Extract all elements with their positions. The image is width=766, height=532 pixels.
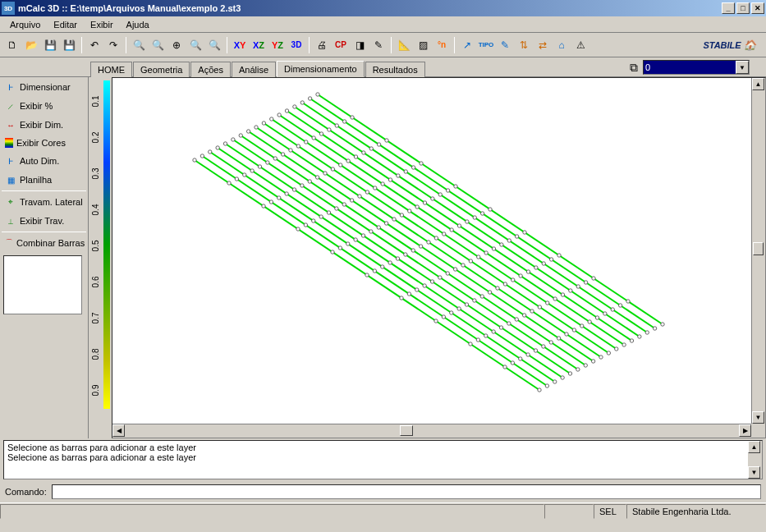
svg-point-136 xyxy=(381,182,384,186)
svg-point-148 xyxy=(388,178,392,181)
log-scroll-up-icon[interactable]: ▲ xyxy=(748,441,760,453)
view-yz-button[interactable]: YZ xyxy=(268,36,287,54)
svg-point-97 xyxy=(255,126,258,129)
svg-point-20 xyxy=(442,315,445,319)
tipo-button[interactable]: TIPO xyxy=(477,36,495,54)
sidebar-travam-lateral[interactable]: ⌖Travam. Lateral xyxy=(1,193,87,211)
svg-point-47 xyxy=(561,376,564,379)
vertical-scrollbar[interactable]: ▲ ▼ xyxy=(751,78,765,424)
sidebar-combinar-barras[interactable]: ⌒Combinar Barras xyxy=(1,234,87,252)
command-input[interactable] xyxy=(52,484,761,499)
svg-point-146 xyxy=(319,132,323,135)
print-icon[interactable]: 🖨 xyxy=(313,36,331,54)
open-file-icon[interactable]: 📂 xyxy=(22,36,40,54)
svg-point-68 xyxy=(473,299,476,302)
tool-d-icon[interactable]: ⇄ xyxy=(534,36,552,54)
eraser-icon[interactable]: ◨ xyxy=(351,36,369,54)
view-xy-button[interactable]: XY xyxy=(231,36,249,54)
menu-exibir[interactable]: Exibir xyxy=(84,18,120,31)
svg-point-33 xyxy=(484,334,488,337)
save-as-icon[interactable]: 💾 xyxy=(60,36,78,54)
new-file-icon[interactable]: 🗋 xyxy=(3,36,21,54)
zoom-out-icon[interactable]: 🔍 xyxy=(149,36,167,54)
scroll-left-icon[interactable]: ◀ xyxy=(112,424,125,437)
svg-point-35 xyxy=(553,380,557,383)
lateral-icon: ⌖ xyxy=(5,196,16,208)
cp-button[interactable]: CP xyxy=(332,36,350,54)
status-sel: SEL xyxy=(594,504,626,519)
redo-icon[interactable]: ↷ xyxy=(104,36,122,54)
tab-analise[interactable]: Análise xyxy=(232,62,276,77)
view-3d-button[interactable]: 3D xyxy=(287,36,305,54)
scroll-right-icon[interactable]: ▶ xyxy=(739,424,751,437)
brush-icon[interactable]: ✎ xyxy=(369,36,388,54)
scroll-up-icon[interactable]: ▲ xyxy=(752,78,764,90)
pan-icon[interactable]: 🔍 xyxy=(205,36,223,54)
sidebar-exibir-pct[interactable]: ⟋Exibir % xyxy=(1,97,87,115)
select-icon[interactable]: ▨ xyxy=(414,36,432,54)
zoom-window-icon[interactable]: ⊕ xyxy=(167,36,186,54)
svg-point-69 xyxy=(507,322,511,325)
sidebar-dimensionar[interactable]: ⱵDimensionar xyxy=(1,78,87,96)
log-scroll-down-icon[interactable]: ▼ xyxy=(748,466,760,479)
sidebar-exibir-trav[interactable]: ⟂Exibir Trav. xyxy=(1,212,87,230)
tab-home[interactable]: HOME xyxy=(90,62,132,77)
layers-icon[interactable]: ⧉ xyxy=(630,61,638,75)
svg-point-7 xyxy=(400,296,403,300)
tab-acoes[interactable]: Ações xyxy=(190,62,231,77)
svg-point-94 xyxy=(557,337,560,340)
tab-geometria[interactable]: Geometria xyxy=(133,62,190,77)
zoom-in-icon[interactable]: 🔍 xyxy=(130,36,148,54)
undo-icon[interactable]: ↶ xyxy=(85,36,103,54)
tab-dimensionamento[interactable]: Dimensionamento xyxy=(277,61,365,77)
svg-point-65 xyxy=(369,230,373,233)
close-button[interactable]: ✕ xyxy=(751,2,764,14)
svg-point-165 xyxy=(569,289,572,292)
n-button[interactable]: °n xyxy=(433,36,451,54)
sidebar-auto-dim[interactable]: ⱵAuto Dim. xyxy=(1,152,87,170)
svg-point-4 xyxy=(296,227,300,231)
menu-ajuda[interactable]: Ajuda xyxy=(120,18,156,31)
combine-icon: ⌒ xyxy=(5,237,13,249)
svg-point-21 xyxy=(476,338,479,342)
colorbar-tick: 0.9 xyxy=(91,383,100,399)
log-line: Selecione as barras para adicionar a est… xyxy=(7,452,759,462)
menu-editar[interactable]: Editar xyxy=(47,18,84,31)
zoom-extents-icon[interactable]: 🔍 xyxy=(186,36,204,54)
svg-point-194 xyxy=(351,116,354,119)
tab-resultados[interactable]: Resultados xyxy=(365,62,425,77)
svg-point-57 xyxy=(499,326,502,329)
svg-point-203 xyxy=(661,323,664,326)
home-icon[interactable]: ⌂ xyxy=(553,36,571,54)
svg-point-9 xyxy=(469,342,472,346)
canvas-3d-view[interactable]: ▲ ▼ ◀ ▶ xyxy=(112,77,766,438)
menu-arquivo[interactable]: Arquivo xyxy=(3,18,47,31)
view-xz-button[interactable]: XZ xyxy=(250,36,268,54)
svg-point-138 xyxy=(450,228,453,232)
log-scrollbar[interactable]: ▲ ▼ xyxy=(748,441,762,479)
warning-icon[interactable]: ⚠ xyxy=(571,36,589,54)
sidebar-exibir-cores[interactable]: Exibir Cores xyxy=(1,135,87,151)
sidebar-planilha[interactable]: ▦Planilha xyxy=(1,171,87,189)
svg-point-152 xyxy=(526,270,530,273)
horizontal-scrollbar[interactable]: ◀ ▶ xyxy=(112,424,751,438)
minimize-button[interactable]: _ xyxy=(722,2,735,14)
dropdown-arrow-icon[interactable]: ▼ xyxy=(736,61,749,74)
svg-point-129 xyxy=(546,301,549,305)
tool-c-icon[interactable]: ⇅ xyxy=(515,36,533,54)
svg-point-78 xyxy=(411,249,415,252)
layer-dropdown[interactable]: 0 ▼ xyxy=(643,60,750,75)
save-icon[interactable]: 💾 xyxy=(41,36,59,54)
colorbar-tick: 0.2 xyxy=(91,130,100,146)
hscroll-thumb[interactable] xyxy=(400,425,413,436)
maximize-button[interactable]: □ xyxy=(736,2,750,14)
svg-point-106 xyxy=(565,332,568,336)
measure-icon[interactable]: 📐 xyxy=(395,36,413,54)
sidebar-exibir-dim[interactable]: ↔Exibir Dim. xyxy=(1,116,87,134)
vscroll-thumb[interactable] xyxy=(753,242,764,255)
tool-a-icon[interactable]: ↗ xyxy=(458,36,476,54)
scroll-down-icon[interactable]: ▼ xyxy=(752,411,764,424)
tool-b-icon[interactable]: ✎ xyxy=(496,36,514,54)
svg-point-43 xyxy=(423,284,426,287)
svg-point-45 xyxy=(492,330,495,333)
